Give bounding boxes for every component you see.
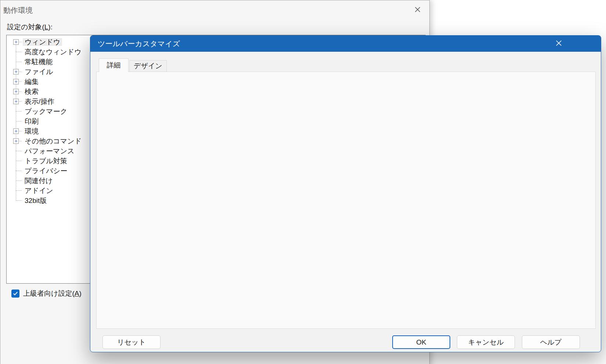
tree-item-label[interactable]: 高度なウィンドウ <box>23 48 83 56</box>
tree-item-label[interactable]: その他のコマンド <box>23 137 83 145</box>
tree-item-label[interactable]: 表示/操作 <box>23 98 56 105</box>
tree-expand-icon[interactable]: + <box>13 128 19 134</box>
tree-item-label[interactable]: 常駐機能 <box>23 58 54 66</box>
tree-item-label[interactable]: ファイル <box>23 68 55 76</box>
tree-item-label[interactable]: パフォーマンス <box>23 147 76 155</box>
dialog-title: 動作環境 <box>3 6 33 15</box>
tree-item-label[interactable]: ウィンドウ <box>23 38 62 46</box>
tree-item-label[interactable]: 関連付け <box>23 177 54 185</box>
tree-item-label[interactable]: ブックマーク <box>23 108 69 115</box>
tree-expand-icon[interactable]: + <box>13 39 19 45</box>
check-icon <box>13 291 18 296</box>
tree-item-label[interactable]: プライバシー <box>23 167 69 175</box>
cancel-button[interactable]: キャンセル <box>457 335 515 349</box>
close-button[interactable] <box>552 37 566 50</box>
tab-detail[interactable]: 詳細 <box>99 58 129 72</box>
tree-expand-icon[interactable]: + <box>13 138 19 144</box>
tree-expand-icon[interactable]: + <box>13 89 19 94</box>
ok-button[interactable]: OK <box>392 335 450 349</box>
tab-panel <box>96 72 596 329</box>
title-bar: ツールバーカスタマイズ <box>90 36 601 52</box>
tree-item-label[interactable]: 32bit版 <box>23 197 48 204</box>
settings-target-label: 設定の対象(L): <box>7 22 53 32</box>
tree-item-label[interactable]: 印刷 <box>23 117 40 125</box>
advanced-settings-checkbox[interactable] <box>11 290 19 298</box>
tree-item-label[interactable]: アドイン <box>23 187 55 194</box>
dialog-title: ツールバーカスタマイズ <box>98 36 180 52</box>
tree-expand-icon[interactable]: + <box>13 79 19 84</box>
tree-item-label[interactable]: 検索 <box>23 88 40 95</box>
tree-item-label[interactable]: トラブル対策 <box>23 157 69 165</box>
close-button[interactable] <box>411 4 424 17</box>
tree-expand-icon[interactable]: + <box>13 69 19 74</box>
advanced-settings-row: 上級者向け設定(A) <box>11 289 82 298</box>
toolbar-customize-dialog: ツールバーカスタマイズ 詳細 デザイン ツールバー(T): (空白)マクロ72:… <box>90 35 601 352</box>
tree-item-label[interactable]: 編集 <box>23 78 40 85</box>
advanced-settings-label: 上級者向け設定(A) <box>23 289 82 298</box>
close-icon <box>414 6 421 14</box>
reset-button[interactable]: リセット <box>102 335 160 349</box>
tree-expand-icon[interactable]: + <box>13 99 19 104</box>
tab-strip: 詳細 デザイン <box>99 58 167 72</box>
tab-design[interactable]: デザイン <box>129 60 167 72</box>
help-button[interactable]: ヘルプ <box>522 335 580 349</box>
close-icon <box>555 40 562 48</box>
tree-item-label[interactable]: 環境 <box>23 127 40 135</box>
